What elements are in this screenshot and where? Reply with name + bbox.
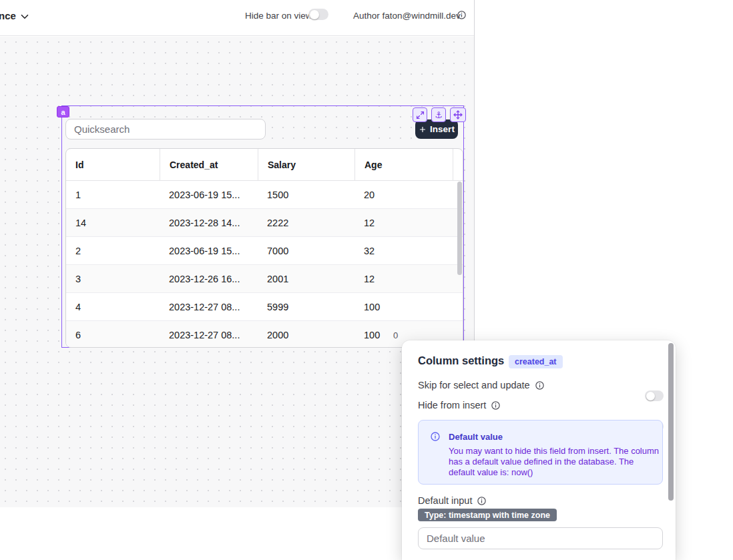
cell-salary: 7000	[258, 237, 354, 264]
hide-from-insert-label: Hide from insert	[418, 400, 501, 410]
skip-select-update-label: Skip for select and update	[418, 380, 545, 390]
table-row[interactable]: 2 2023-06-19 15... 7000 32	[66, 237, 463, 265]
info-icon[interactable]	[535, 380, 545, 390]
insert-button[interactable]: Insert	[415, 119, 458, 139]
cell-id: 2	[66, 237, 160, 264]
column-type-badge: Type: timestamp with time zone	[418, 509, 557, 521]
popup-title: Column settings	[418, 354, 504, 367]
cell-salary: 2222	[258, 209, 354, 236]
author-label: Author faton@windmill.dev	[353, 11, 461, 21]
info-icon[interactable]	[457, 10, 467, 20]
cell-id: 14	[66, 209, 160, 236]
table-row[interactable]: 4 2023-12-27 08... 5999 100	[66, 293, 463, 321]
cell-id: 4	[66, 293, 160, 320]
cell-salary: 2001	[258, 265, 354, 292]
info-icon[interactable]	[477, 496, 487, 506]
pagination-count: 0	[393, 330, 398, 340]
infobox-title: Default value	[449, 432, 503, 442]
expand-icon	[416, 111, 425, 119]
column-name-badge: created_at	[509, 355, 563, 368]
app-name-truncated[interactable]: nce	[0, 10, 16, 21]
cell-id: 3	[66, 265, 160, 292]
anchor-icon: ⚓	[435, 111, 443, 119]
table-row[interactable]: 3 2023-12-26 16... 2001 12	[66, 265, 463, 293]
cell-age: 100	[354, 293, 453, 320]
cell-age: 20	[354, 181, 453, 208]
info-icon	[430, 431, 441, 442]
expand-component-button[interactable]	[413, 107, 427, 122]
plus-icon	[419, 125, 427, 133]
anchor-component-button[interactable]: ⚓	[431, 107, 446, 122]
canvas-topbar: nce Hide bar on view Author faton@windmi…	[0, 0, 474, 36]
quicksearch-input[interactable]	[65, 119, 266, 139]
cell-age: 12	[354, 265, 453, 292]
popup-scrollbar[interactable]	[668, 343, 674, 501]
cell-created-at: 2023-12-26 16...	[160, 265, 258, 292]
column-header-id[interactable]: Id	[66, 149, 160, 180]
cell-created-at: 2023-12-27 08...	[160, 321, 258, 348]
cell-created-at: 2023-06-19 15...	[160, 181, 258, 208]
component-id-badge[interactable]: a	[57, 106, 69, 117]
cell-salary: 5999	[258, 293, 354, 320]
table-row[interactable]: 14 2023-12-28 14... 2222 12	[66, 209, 463, 237]
table-row[interactable]: 1 2023-06-19 15... 1500 20	[66, 181, 463, 209]
table-scrollbar[interactable]	[457, 182, 462, 275]
insert-button-label: Insert	[430, 124, 455, 134]
database-table: Id Created_at Salary Age 1 2023-06-19 15…	[65, 148, 463, 348]
cell-id: 1	[66, 181, 160, 208]
cell-created-at: 2023-12-27 08...	[160, 293, 258, 320]
app-editor-screen: nce Hide bar on view Author faton@windmi…	[0, 0, 733, 560]
cell-id: 6	[66, 321, 160, 348]
table-header-row: Id Created_at Salary Age	[66, 149, 463, 181]
cell-salary: 1500	[258, 181, 354, 208]
column-header-age[interactable]: Age	[354, 149, 453, 180]
cell-created-at: 2023-12-28 14...	[160, 209, 258, 236]
column-header-created-at[interactable]: Created_at	[160, 149, 258, 180]
info-icon[interactable]	[491, 400, 501, 410]
default-input-label: Default input	[418, 495, 487, 506]
cell-age: 12	[354, 209, 453, 236]
infobox-body: You may want to hide this field from ins…	[449, 446, 661, 478]
move-component-button[interactable]	[450, 107, 466, 122]
cell-age: 32	[354, 237, 453, 264]
hide-bar-on-view-label: Hide bar on view	[245, 11, 312, 21]
skip-select-update-toggle[interactable]	[645, 390, 664, 401]
cell-created-at: 2023-06-19 15...	[160, 237, 258, 264]
chevron-down-icon[interactable]	[19, 11, 31, 23]
default-value-input[interactable]	[418, 527, 663, 549]
hide-bar-toggle[interactable]	[308, 9, 328, 20]
cell-salary: 2000	[258, 321, 354, 348]
move-icon	[453, 110, 463, 119]
column-header-salary[interactable]: Salary	[258, 149, 354, 180]
column-header-spacer	[453, 149, 463, 180]
